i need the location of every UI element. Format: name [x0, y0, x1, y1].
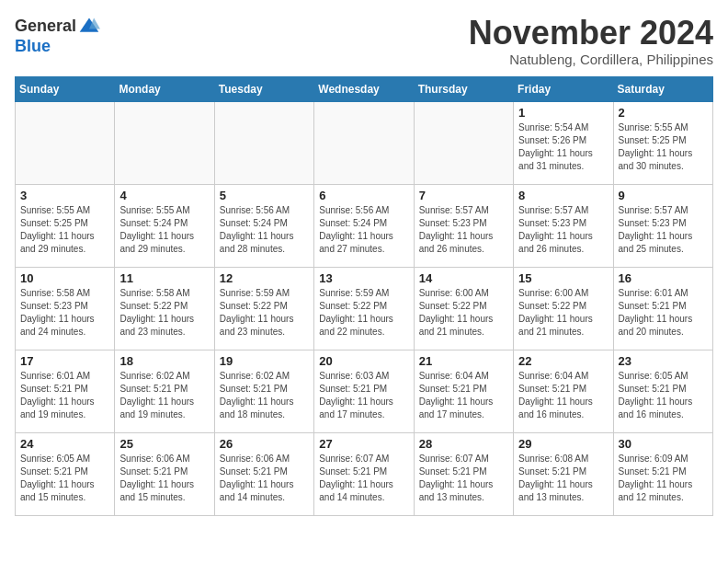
calendar-cell: 5Sunrise: 5:56 AMSunset: 5:24 PMDaylight… — [214, 184, 313, 267]
calendar-cell: 7Sunrise: 5:57 AMSunset: 5:23 PMDaylight… — [414, 184, 513, 267]
calendar-cell — [214, 101, 313, 184]
day-info: Sunrise: 6:06 AMSunset: 5:21 PMDaylight:… — [119, 453, 209, 504]
day-number: 24 — [20, 437, 109, 451]
day-info: Sunrise: 5:58 AMSunset: 5:23 PMDaylight:… — [20, 287, 109, 339]
day-number: 2 — [619, 106, 708, 120]
day-info: Sunrise: 6:03 AMSunset: 5:21 PMDaylight:… — [319, 370, 408, 421]
day-number: 1 — [518, 106, 608, 120]
calendar-table: SundayMondayTuesdayWednesdayThursdayFrid… — [15, 76, 713, 516]
calendar-cell: 10Sunrise: 5:58 AMSunset: 5:23 PMDayligh… — [16, 267, 115, 350]
day-number: 11 — [119, 271, 209, 285]
day-info: Sunrise: 6:02 AMSunset: 5:21 PMDaylight:… — [220, 370, 309, 421]
day-number: 21 — [419, 354, 508, 368]
calendar-cell: 1Sunrise: 5:54 AMSunset: 5:26 PMDaylight… — [514, 101, 613, 184]
day-info: Sunrise: 5:57 AMSunset: 5:23 PMDaylight:… — [419, 204, 508, 256]
day-info: Sunrise: 6:05 AMSunset: 5:21 PMDaylight:… — [20, 453, 109, 504]
logo-blue-text: Blue — [15, 37, 51, 56]
day-number: 10 — [20, 271, 109, 285]
weekday-header-saturday: Saturday — [613, 76, 712, 101]
day-number: 20 — [319, 354, 408, 368]
day-info: Sunrise: 6:09 AMSunset: 5:21 PMDaylight:… — [619, 453, 708, 504]
calendar-cell: 28Sunrise: 6:07 AMSunset: 5:21 PMDayligh… — [414, 432, 513, 515]
day-number: 9 — [619, 189, 708, 202]
day-number: 7 — [419, 189, 508, 202]
calendar-cell: 16Sunrise: 6:01 AMSunset: 5:21 PMDayligh… — [613, 267, 712, 350]
logo-general-text: General — [15, 17, 76, 36]
day-info: Sunrise: 5:55 AMSunset: 5:24 PMDaylight:… — [119, 204, 209, 256]
day-info: Sunrise: 5:56 AMSunset: 5:24 PMDaylight:… — [319, 204, 408, 256]
calendar-cell: 13Sunrise: 5:59 AMSunset: 5:22 PMDayligh… — [314, 267, 414, 350]
calendar-cell: 24Sunrise: 6:05 AMSunset: 5:21 PMDayligh… — [16, 432, 115, 515]
day-number: 30 — [619, 437, 708, 451]
calendar-cell: 21Sunrise: 6:04 AMSunset: 5:21 PMDayligh… — [414, 350, 513, 432]
calendar-cell — [414, 101, 513, 184]
day-info: Sunrise: 6:00 AMSunset: 5:22 PMDaylight:… — [419, 287, 508, 339]
calendar-cell: 17Sunrise: 6:01 AMSunset: 5:21 PMDayligh… — [16, 350, 115, 432]
calendar-cell: 6Sunrise: 5:56 AMSunset: 5:24 PMDaylight… — [314, 184, 414, 267]
day-number: 5 — [220, 189, 309, 202]
calendar-cell: 23Sunrise: 6:05 AMSunset: 5:21 PMDayligh… — [613, 350, 712, 432]
calendar-cell: 25Sunrise: 6:06 AMSunset: 5:21 PMDayligh… — [115, 432, 214, 515]
calendar-cell: 22Sunrise: 6:04 AMSunset: 5:21 PMDayligh… — [514, 350, 613, 432]
month-title: November 2024 — [469, 15, 713, 52]
day-info: Sunrise: 6:02 AMSunset: 5:21 PMDaylight:… — [119, 370, 209, 421]
day-number: 27 — [319, 437, 408, 451]
day-info: Sunrise: 5:59 AMSunset: 5:22 PMDaylight:… — [319, 287, 408, 339]
calendar-cell: 29Sunrise: 6:08 AMSunset: 5:21 PMDayligh… — [514, 432, 613, 515]
calendar-cell: 8Sunrise: 5:57 AMSunset: 5:23 PMDaylight… — [514, 184, 613, 267]
day-info: Sunrise: 6:01 AMSunset: 5:21 PMDaylight:… — [20, 370, 109, 421]
day-info: Sunrise: 5:57 AMSunset: 5:23 PMDaylight:… — [518, 204, 608, 256]
day-number: 22 — [518, 354, 608, 368]
day-number: 15 — [518, 271, 608, 285]
day-info: Sunrise: 5:55 AMSunset: 5:25 PMDaylight:… — [619, 121, 708, 173]
day-number: 29 — [518, 437, 608, 451]
calendar-cell: 19Sunrise: 6:02 AMSunset: 5:21 PMDayligh… — [214, 350, 313, 432]
week-row-5: 24Sunrise: 6:05 AMSunset: 5:21 PMDayligh… — [16, 432, 713, 515]
calendar-cell — [314, 101, 414, 184]
day-number: 25 — [119, 437, 209, 451]
calendar-cell: 4Sunrise: 5:55 AMSunset: 5:24 PMDaylight… — [115, 184, 214, 267]
calendar-cell: 30Sunrise: 6:09 AMSunset: 5:21 PMDayligh… — [613, 432, 712, 515]
logo: General Blue — [15, 15, 100, 56]
calendar-cell: 18Sunrise: 6:02 AMSunset: 5:21 PMDayligh… — [115, 350, 214, 432]
day-number: 17 — [20, 354, 109, 368]
week-row-3: 10Sunrise: 5:58 AMSunset: 5:23 PMDayligh… — [16, 267, 713, 350]
day-number: 14 — [419, 271, 508, 285]
weekday-header-thursday: Thursday — [414, 76, 513, 101]
day-number: 6 — [319, 189, 408, 202]
calendar-cell: 3Sunrise: 5:55 AMSunset: 5:25 PMDaylight… — [16, 184, 115, 267]
day-number: 8 — [518, 189, 608, 202]
day-info: Sunrise: 5:56 AMSunset: 5:24 PMDaylight:… — [220, 204, 309, 256]
calendar-cell: 15Sunrise: 6:00 AMSunset: 5:22 PMDayligh… — [514, 267, 613, 350]
week-row-1: 1Sunrise: 5:54 AMSunset: 5:26 PMDaylight… — [16, 101, 713, 184]
day-number: 16 — [619, 271, 708, 285]
calendar-cell: 11Sunrise: 5:58 AMSunset: 5:22 PMDayligh… — [115, 267, 214, 350]
calendar-cell: 9Sunrise: 5:57 AMSunset: 5:23 PMDaylight… — [613, 184, 712, 267]
calendar-cell: 20Sunrise: 6:03 AMSunset: 5:21 PMDayligh… — [314, 350, 414, 432]
day-number: 23 — [619, 354, 708, 368]
logo-icon — [78, 15, 100, 37]
day-number: 13 — [319, 271, 408, 285]
day-info: Sunrise: 6:06 AMSunset: 5:21 PMDaylight:… — [220, 453, 309, 504]
day-number: 19 — [220, 354, 309, 368]
calendar-cell: 14Sunrise: 6:00 AMSunset: 5:22 PMDayligh… — [414, 267, 513, 350]
weekday-header-sunday: Sunday — [16, 76, 115, 101]
day-info: Sunrise: 6:00 AMSunset: 5:22 PMDaylight:… — [518, 287, 608, 339]
calendar-cell — [16, 101, 115, 184]
day-info: Sunrise: 6:04 AMSunset: 5:21 PMDaylight:… — [518, 370, 608, 421]
day-info: Sunrise: 6:04 AMSunset: 5:21 PMDaylight:… — [419, 370, 508, 421]
day-number: 4 — [119, 189, 209, 202]
calendar-cell: 2Sunrise: 5:55 AMSunset: 5:25 PMDaylight… — [613, 101, 712, 184]
day-number: 3 — [20, 189, 109, 202]
day-info: Sunrise: 6:07 AMSunset: 5:21 PMDaylight:… — [319, 453, 408, 504]
weekday-header-tuesday: Tuesday — [214, 76, 313, 101]
day-number: 28 — [419, 437, 508, 451]
day-info: Sunrise: 6:08 AMSunset: 5:21 PMDaylight:… — [518, 453, 608, 504]
weekday-header-monday: Monday — [115, 76, 214, 101]
day-info: Sunrise: 5:54 AMSunset: 5:26 PMDaylight:… — [518, 121, 608, 173]
location-subtitle: Natubleng, Cordillera, Philippines — [469, 52, 713, 67]
day-info: Sunrise: 5:58 AMSunset: 5:22 PMDaylight:… — [119, 287, 209, 339]
day-number: 26 — [220, 437, 309, 451]
calendar-cell: 26Sunrise: 6:06 AMSunset: 5:21 PMDayligh… — [214, 432, 313, 515]
weekday-header-wednesday: Wednesday — [314, 76, 414, 101]
